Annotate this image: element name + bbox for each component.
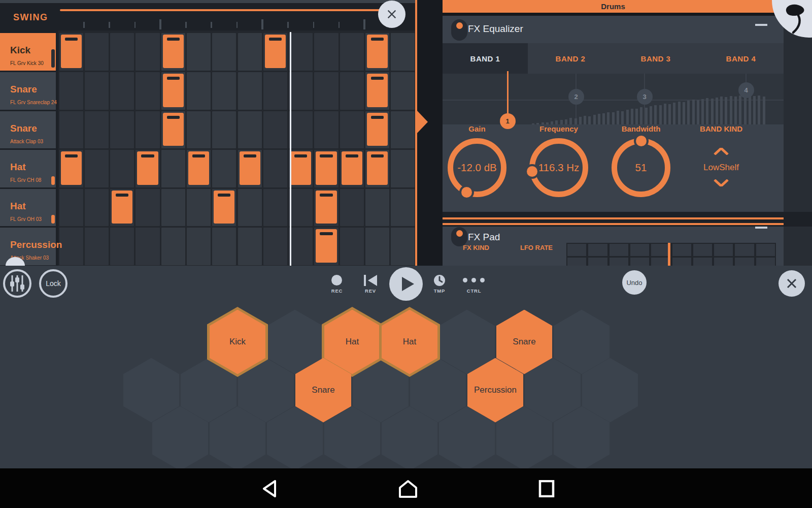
note-step-0[interactable]: [61, 151, 82, 185]
track-sample-name: FL Grv CH 08: [10, 177, 41, 183]
track-header-hat-3[interactable]: HatFL Grv CH 08: [0, 150, 56, 187]
mixer-button[interactable]: [3, 269, 31, 298]
note-step-4[interactable]: [163, 35, 184, 68]
band-kind-value[interactable]: LowShelf: [681, 163, 762, 173]
ctrl-label: CTRL: [456, 288, 492, 294]
fx-equalizer-enable-toggle[interactable]: [451, 19, 467, 41]
nav-back-icon[interactable]: [261, 480, 278, 497]
overlay-close-button[interactable]: [779, 270, 805, 297]
note-step-12[interactable]: [367, 151, 388, 185]
note-step-4[interactable]: [163, 74, 184, 107]
fx-pad-cell[interactable]: [651, 244, 670, 256]
spectrum-bar: [654, 105, 657, 124]
tab-band-3[interactable]: BAND 3: [613, 43, 698, 74]
fx-pad-cell[interactable]: [714, 244, 733, 256]
note-step-2[interactable]: [112, 190, 132, 224]
ctrl-dot-icon[interactable]: [471, 278, 476, 282]
track-header-hat-4[interactable]: HatFL Grv OH 03: [0, 189, 56, 226]
fx-pad-cell[interactable]: [588, 244, 607, 256]
tempo-clock-icon[interactable]: [433, 274, 446, 287]
spectrum-bar: [664, 104, 666, 124]
fx-pad-cell[interactable]: [756, 244, 775, 256]
note-step-12[interactable]: [367, 35, 388, 68]
record-icon[interactable]: [331, 275, 342, 285]
fx-pad-cell[interactable]: [714, 258, 733, 266]
note-step-3[interactable]: [137, 151, 158, 185]
note-step-10[interactable]: [316, 229, 336, 263]
tab-band-1[interactable]: BAND 1: [443, 43, 528, 74]
spectrum-bar: [560, 120, 563, 124]
track-header-snare-1[interactable]: SnareFL Grv Snareclap 24: [0, 72, 56, 110]
note-step-6[interactable]: [214, 190, 234, 224]
track-header-snare-2[interactable]: SnareAttack Clap 03: [0, 111, 56, 148]
fx-pad-cell[interactable]: [735, 244, 754, 256]
fx-equalizer-title: FX Equalizer: [468, 23, 523, 35]
note-step-4[interactable]: [163, 113, 184, 146]
fx-pad-cell[interactable]: [693, 258, 712, 266]
channel-title-bar[interactable]: Drums: [443, 0, 812, 13]
equalizer-visualization[interactable]: [443, 74, 784, 124]
lock-button[interactable]: Lock: [39, 269, 67, 298]
note-step-9[interactable]: [290, 151, 311, 185]
nav-recents-icon[interactable]: [538, 480, 555, 497]
eq-band-node-3[interactable]: 3: [637, 89, 653, 105]
undo-button[interactable]: Undo: [622, 270, 647, 295]
fx-pad-cell[interactable]: [630, 244, 649, 256]
fl-fruit-logo-icon: [782, 2, 812, 36]
sequencer-close-button[interactable]: [378, 1, 405, 28]
fx-pad-cell[interactable]: [672, 244, 691, 256]
spectrum-bar: [574, 118, 577, 124]
note-step-11[interactable]: [342, 151, 362, 185]
note-step-10[interactable]: [316, 151, 336, 185]
track-name: Kick: [10, 45, 30, 56]
panel-pull-tab-arrow-icon[interactable]: [417, 111, 428, 133]
ctrl-dot-icon[interactable]: [463, 278, 467, 282]
fx-pad-cell[interactable]: [735, 258, 754, 266]
nav-home-icon[interactable]: [398, 480, 418, 498]
spectrum-bar: [650, 106, 652, 124]
lfo-rate-label[interactable]: LFO RATE: [501, 244, 572, 251]
note-step-5[interactable]: [188, 151, 209, 185]
fx-pad-cell[interactable]: [610, 258, 628, 266]
fx-pad-cell[interactable]: [756, 258, 775, 266]
spectrum-bar: [716, 98, 718, 124]
ctrl-dot-icon[interactable]: [480, 278, 485, 282]
tab-band-4[interactable]: BAND 4: [698, 43, 784, 74]
note-step-8[interactable]: [265, 35, 286, 68]
eq-band-node-4[interactable]: 4: [738, 82, 754, 98]
fx-pad-cell[interactable]: [651, 258, 670, 266]
fx-pad-grid[interactable]: [566, 243, 776, 266]
track-header-kick-0[interactable]: KickFL Grv Kick 30: [0, 33, 56, 71]
viz-gridline-horizontal: [443, 100, 784, 101]
spectrum-bar: [725, 97, 727, 124]
fx-pad-cell[interactable]: [630, 258, 649, 266]
spectrum-bar: [687, 101, 690, 124]
tab-band-2[interactable]: BAND 2: [528, 43, 613, 74]
fx-pad-cell[interactable]: [567, 258, 586, 266]
fx-pad-cell[interactable]: [610, 244, 628, 256]
note-step-0[interactable]: [61, 35, 82, 68]
band-kind-down-icon[interactable]: [714, 179, 729, 186]
spectrum-bar: [739, 96, 741, 124]
band-kind-up-icon[interactable]: [714, 148, 729, 155]
play-button[interactable]: [389, 267, 423, 301]
note-step-7[interactable]: [240, 151, 260, 185]
fx-pad-cell[interactable]: [672, 258, 691, 266]
knob-value-bandwidth: 51: [600, 162, 682, 174]
section-divider: [443, 212, 812, 227]
spectrum-bar: [602, 113, 605, 124]
rewind-icon[interactable]: [364, 275, 377, 286]
spectrum-bar: [711, 99, 714, 124]
note-step-10[interactable]: [316, 190, 336, 224]
record-label: REC: [319, 288, 355, 294]
note-step-12[interactable]: [367, 113, 388, 146]
spectrum-bar: [720, 97, 723, 124]
fx-pad-cell[interactable]: [693, 244, 712, 256]
eq-band-node-2[interactable]: 2: [568, 89, 584, 105]
fx-pad-cell[interactable]: [588, 258, 607, 266]
note-step-12[interactable]: [367, 74, 388, 107]
spectrum-bar: [612, 112, 615, 124]
android-navigation-bar: [0, 468, 812, 508]
fx-pad-cell[interactable]: [567, 244, 586, 256]
track-name: Hat: [10, 201, 26, 212]
